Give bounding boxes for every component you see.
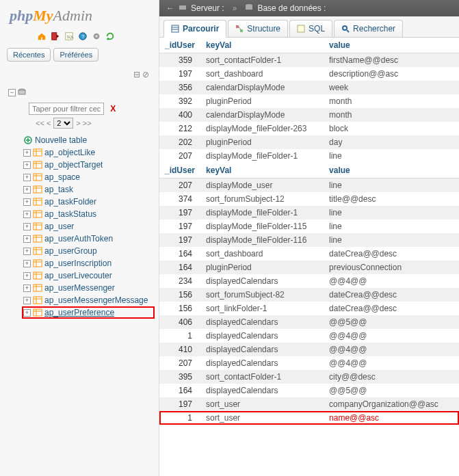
cell-iduser: 197 (159, 67, 200, 81)
plus-icon[interactable]: + (23, 285, 31, 292)
cell-keyval: sort_dashboard (200, 67, 324, 81)
cell-keyval: displayMode_fileFolder-115 (200, 220, 324, 233)
table-row[interactable]: 392pluginPeriodmonth (159, 94, 459, 108)
collapse-toggle[interactable]: ⊟ ⊘ (3, 67, 156, 83)
minus-icon[interactable]: − (8, 89, 16, 96)
favorites-button[interactable]: Préférées (53, 48, 99, 62)
pager-prev[interactable]: << < (36, 119, 51, 127)
logo[interactable]: phpMyAdmin (3, 4, 156, 30)
svg-text:SQL: SQL (67, 35, 75, 39)
sidebar-table-ap_objectTarget[interactable]: +ap_objectTarget (23, 159, 155, 171)
col-keyval[interactable]: keyVal (200, 163, 324, 178)
svg-rect-46 (34, 297, 42, 304)
tab-browse[interactable]: Parcourir (163, 20, 226, 38)
doc-icon[interactable]: ? (78, 31, 88, 41)
plus-icon[interactable]: + (23, 198, 31, 206)
pager-page-select[interactable]: 2 (53, 118, 73, 129)
table-row[interactable]: 197displayMode_fileFolder-115line (159, 220, 459, 233)
table-icon (33, 148, 42, 157)
table-row[interactable]: 1sort_username@@asc (159, 411, 459, 425)
table-row[interactable]: 164sort_dashboarddateCrea@@desc (159, 247, 459, 261)
plus-icon[interactable]: + (23, 174, 31, 181)
sidebar-table-ap_taskStatus[interactable]: +ap_taskStatus (23, 208, 155, 220)
col-keyval[interactable]: keyVal (200, 38, 324, 53)
table-icon (33, 222, 42, 230)
tab-search[interactable]: Rechercher (334, 20, 403, 37)
table-row[interactable]: 207displayMode_fileFolder-1line (159, 149, 459, 163)
sidebar-table-ap_userMessenger[interactable]: +ap_userMessenger (23, 282, 155, 294)
plus-icon[interactable]: + (23, 223, 31, 230)
db-icon (245, 3, 253, 14)
db-root[interactable]: − (8, 86, 155, 98)
col-value[interactable]: value (324, 38, 459, 53)
table-row[interactable]: 156sort_linkFolder-1dateCrea@@desc (159, 302, 459, 315)
new-table-label: Nouvelle table (35, 135, 87, 145)
cell-keyval: calendarDisplayMode (200, 81, 324, 94)
plus-icon[interactable]: + (23, 149, 31, 157)
table-row[interactable]: 406displayedCalendars@@5@@ (159, 315, 459, 329)
table-row[interactable]: 197sort_dashboarddescription@@asc (159, 67, 459, 81)
sidebar-table-ap_userGroup[interactable]: +ap_userGroup (23, 245, 155, 257)
table-row[interactable]: 207displayedCalendars@@4@@ (159, 356, 459, 370)
sql-icon[interactable]: SQL (64, 31, 74, 41)
tab-structure[interactable]: Structure (228, 20, 288, 37)
sidebar-table-ap_user[interactable]: +ap_user (23, 220, 155, 233)
svg-rect-43 (34, 285, 42, 291)
table-row[interactable]: 212displayMode_fileFolder-263block (159, 122, 459, 135)
table-row[interactable]: 197displayMode_fileFolder-1line (159, 206, 459, 220)
plus-icon[interactable]: + (23, 297, 31, 304)
plus-icon[interactable]: + (23, 272, 31, 280)
sidebar-table-ap_userMessengerMessage[interactable]: +ap_userMessengerMessage (23, 294, 155, 306)
plus-icon[interactable]: + (23, 161, 31, 169)
plus-icon[interactable]: + (23, 309, 31, 317)
plus-icon[interactable]: + (23, 235, 31, 243)
table-row[interactable]: 197sort_usercompanyOrganization@@asc (159, 397, 459, 411)
col-value[interactable]: value (324, 163, 459, 178)
sidebar-table-ap_task[interactable]: +ap_task (23, 183, 155, 196)
plus-icon[interactable]: + (23, 248, 31, 255)
plus-icon[interactable]: + (23, 260, 31, 267)
table-label: ap_userPreference (44, 308, 114, 317)
sidebar-table-ap_userLivecouter[interactable]: +ap_userLivecouter (23, 269, 155, 282)
sidebar-table-ap_taskFolder[interactable]: +ap_taskFolder (23, 196, 155, 208)
sidebar-table-ap_userInscription[interactable]: +ap_userInscription (23, 257, 155, 269)
link-icon: ⊘ (142, 70, 149, 79)
filter-input[interactable] (29, 103, 104, 115)
table-row[interactable]: 356calendarDisplayModeweek (159, 81, 459, 94)
gear-icon[interactable] (92, 31, 101, 41)
exit-icon[interactable] (51, 31, 60, 41)
reload-icon[interactable] (105, 31, 115, 41)
table-row[interactable]: 234displayedCalendars@@4@@ (159, 274, 459, 288)
table-row[interactable]: 164pluginPeriodpreviousConnection (159, 261, 459, 274)
cell-keyval: displayedCalendars (200, 315, 324, 329)
plus-icon[interactable]: + (23, 211, 31, 218)
table-row[interactable]: 374sort_forumSubject-12title@@desc (159, 192, 459, 206)
table-row[interactable]: 202pluginPeriodday (159, 135, 459, 149)
sidebar-table-ap_userPreference[interactable]: +ap_userPreference (22, 306, 155, 319)
sidebar-table-ap_objectLike[interactable]: +ap_objectLike (23, 146, 155, 159)
col-iduser[interactable]: _idUser (159, 163, 200, 178)
table-row[interactable]: 1displayedCalendars@@4@@ (159, 329, 459, 343)
home-icon[interactable] (37, 31, 47, 41)
nav-left-icon[interactable]: ← (166, 3, 174, 13)
recent-button[interactable]: Récentes (7, 48, 51, 62)
new-table-link[interactable]: Nouvelle table (23, 134, 155, 146)
sidebar-table-ap_userAuthToken[interactable]: +ap_userAuthToken (23, 233, 155, 245)
table-row[interactable]: 164displayedCalendars@@5@@ (159, 384, 459, 397)
table-row[interactable]: 359sort_contactFolder-1firstName@@desc (159, 53, 459, 68)
col-iduser[interactable]: _idUser (159, 38, 200, 53)
table-icon (33, 235, 42, 243)
sidebar-table-ap_space[interactable]: +ap_space (23, 171, 155, 183)
table-row[interactable]: 410displayedCalendars@@4@@ (159, 343, 459, 356)
table-row[interactable]: 156sort_forumSubject-82dateCrea@@desc (159, 288, 459, 302)
table-row[interactable]: 197displayMode_fileFolder-116line (159, 233, 459, 247)
plus-icon[interactable]: + (23, 186, 31, 194)
cell-keyval: displayMode_fileFolder-116 (200, 233, 324, 247)
cell-value: @@4@@ (324, 274, 459, 288)
table-row[interactable]: 395sort_contactFolder-1city@@desc (159, 370, 459, 384)
pager-next[interactable]: > >> (76, 119, 91, 127)
clear-filter-button[interactable]: X (110, 104, 116, 114)
table-row[interactable]: 400calendarDisplayModemonth (159, 108, 459, 122)
table-row[interactable]: 207displayMode_userline (159, 178, 459, 193)
tab-sql[interactable]: SQL (289, 20, 332, 37)
